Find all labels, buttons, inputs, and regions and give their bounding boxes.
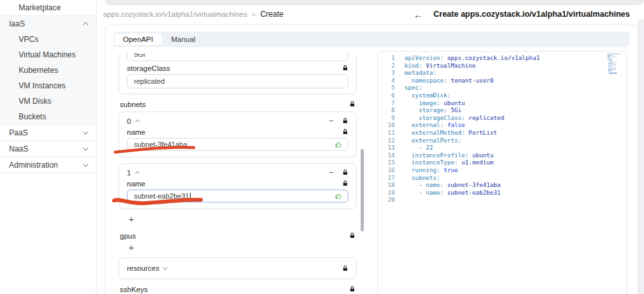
code-line: 2kind: VirtualMachine xyxy=(378,62,627,70)
sidebar-item-administration[interactable]: Administration xyxy=(0,157,96,173)
sidebar-item-vm-disks[interactable]: VM Disks xyxy=(0,93,96,109)
code-line: 20 xyxy=(378,196,627,204)
add-gpu-button[interactable]: + xyxy=(126,243,137,253)
storage-input[interactable]: 5Gi xyxy=(127,54,348,61)
yaml-editor[interactable]: 1apiVersion: apps.cozystack.io/v1alpha12… xyxy=(377,51,627,294)
code-line: 4 namespace: tenant-user0 xyxy=(378,77,627,84)
page-scrollbar-gutter[interactable] xyxy=(638,19,644,294)
subnet-item-index: 1 xyxy=(127,169,131,177)
sidebar-item-paas[interactable]: PaaS xyxy=(0,125,96,141)
sidebar-item-kubernetes[interactable]: Kubernetes xyxy=(0,63,96,78)
chevron-down-icon xyxy=(83,129,88,134)
tab-manual[interactable]: Manual xyxy=(163,34,204,45)
code-line: 16 running: true xyxy=(378,166,627,174)
line-number: 15 xyxy=(378,159,395,166)
line-number: 20 xyxy=(378,196,395,204)
form-panels: 5Gi storageClass replicated subnets xyxy=(113,51,630,291)
sidebar-item-label: IaaS xyxy=(9,19,84,28)
tab-openapi[interactable]: OpenAPI xyxy=(115,34,162,45)
app-window: MarketplaceIaaSVPCsVirtual MachinesKuber… xyxy=(0,0,644,294)
resources-group[interactable]: resources xyxy=(118,257,357,279)
sidebar-section: NaaS xyxy=(0,141,96,157)
top-header-strip xyxy=(105,0,644,5)
sshkeys-section-label: sshKeys xyxy=(120,286,147,293)
sidebar-item-vpcs[interactable]: VPCs xyxy=(0,32,96,47)
thumbs-up-icon xyxy=(335,141,343,148)
line-number: 13 xyxy=(378,144,395,152)
gpus-section-label: gpus xyxy=(120,232,136,240)
back-arrow-icon[interactable]: ← xyxy=(413,10,423,19)
lock-icon[interactable] xyxy=(342,64,348,72)
lock-icon[interactable] xyxy=(342,169,348,176)
chevron-up-icon xyxy=(135,119,140,124)
sidebar-section: PaaS xyxy=(0,125,96,141)
subnet-name-value: subnet-eab2be31 xyxy=(134,192,189,200)
line-number: 5 xyxy=(378,84,395,92)
subnet-name-input-1[interactable]: subnet-eab2be31 xyxy=(127,190,348,202)
line-number: 17 xyxy=(378,174,395,182)
subnet-item-card-0: 0−namesubnet-3fe41aba xyxy=(118,112,357,157)
sidebar-item-iaas[interactable]: IaaS xyxy=(0,16,96,32)
lock-icon[interactable] xyxy=(342,128,348,135)
sidebar-item-naas[interactable]: NaaS xyxy=(0,141,96,157)
add-subnet-button[interactable]: + xyxy=(126,215,137,225)
line-number: 18 xyxy=(378,181,395,189)
form-scrollbar-thumb[interactable] xyxy=(361,149,364,231)
breadcrumb-path-link[interactable]: apps.cozystack.io/v1alpha1/virtualmachin… xyxy=(103,10,247,18)
minimap-line xyxy=(609,73,617,74)
sidebar-nav: MarketplaceIaaSVPCsVirtual MachinesKuber… xyxy=(0,0,97,294)
sidebar-item-vm-instances[interactable]: VM Instances xyxy=(0,78,96,93)
minimap-line xyxy=(609,61,613,62)
editor-minimap[interactable] xyxy=(607,54,624,75)
minimap-line xyxy=(608,64,616,65)
storage-input-value: 5Gi xyxy=(134,54,145,58)
line-number: 2 xyxy=(378,62,395,70)
storage-class-value: replicated xyxy=(134,77,165,85)
line-number: 3 xyxy=(378,69,395,77)
code-line: 8 storage: 5Gi xyxy=(378,106,627,114)
remove-subnet-button[interactable]: − xyxy=(328,117,334,125)
line-number: 19 xyxy=(378,189,395,197)
subnet-name-value: subnet-3fe41aba xyxy=(134,141,187,148)
openapi-form-panel: 5Gi storageClass replicated subnets xyxy=(118,54,357,294)
sidebar-item-label: Kubernetes xyxy=(19,66,88,75)
storage-class-input[interactable]: replicated xyxy=(127,74,348,88)
code-line: 18 - name: subnet-3fe41aba xyxy=(378,181,627,189)
lock-icon[interactable] xyxy=(349,286,355,293)
code-line: 17 subnets: xyxy=(378,174,627,182)
sidebar-item-label: Virtual Machines xyxy=(19,50,88,59)
subnet-name-input-0[interactable]: subnet-3fe41aba xyxy=(127,138,348,151)
minimap-line xyxy=(608,57,616,57)
line-number: 4 xyxy=(378,77,395,84)
remove-subnet-button[interactable]: − xyxy=(328,168,334,177)
code-line: 12 externalPorts: xyxy=(378,137,627,144)
lock-icon[interactable] xyxy=(342,180,348,187)
line-number: 14 xyxy=(378,152,395,159)
page-title: Create apps.cozystack.io/v1alpha1/virtua… xyxy=(433,10,630,19)
line-number: 7 xyxy=(378,99,395,107)
subnet-name-label: name xyxy=(127,128,146,136)
sidebar-item-label: Buckets xyxy=(19,112,88,121)
line-number: 12 xyxy=(378,137,395,144)
lock-icon[interactable] xyxy=(342,117,348,124)
sidebar-item-label: Marketplace xyxy=(19,3,88,12)
chevron-down-icon xyxy=(83,145,88,150)
lock-icon[interactable] xyxy=(349,232,355,239)
line-number: 8 xyxy=(378,106,395,114)
code-line: 7 image: ubuntu xyxy=(378,99,627,107)
line-number: 1 xyxy=(378,54,395,62)
code-line: 10 external: false xyxy=(378,121,627,129)
subnet-item-header: 0− xyxy=(127,117,348,125)
code-line: 5spec: xyxy=(378,84,627,92)
sidebar-item-marketplace[interactable]: Marketplace xyxy=(0,0,96,15)
sidebar-item-buckets[interactable]: Buckets xyxy=(0,109,96,124)
lock-icon[interactable] xyxy=(349,101,355,108)
lock-icon[interactable] xyxy=(342,265,348,272)
sidebar-item-virtual-machines[interactable]: Virtual Machines xyxy=(0,47,96,63)
code-line: 19 - name: subnet-eab2be31 xyxy=(378,189,627,197)
line-number: 10 xyxy=(378,121,395,129)
breadcrumb-separator: > xyxy=(252,10,256,18)
line-number: 11 xyxy=(378,129,395,137)
sidebar-item-label: NaaS xyxy=(9,144,84,153)
breadcrumb-bar: apps.cozystack.io/v1alpha1/virtualmachin… xyxy=(97,5,638,23)
